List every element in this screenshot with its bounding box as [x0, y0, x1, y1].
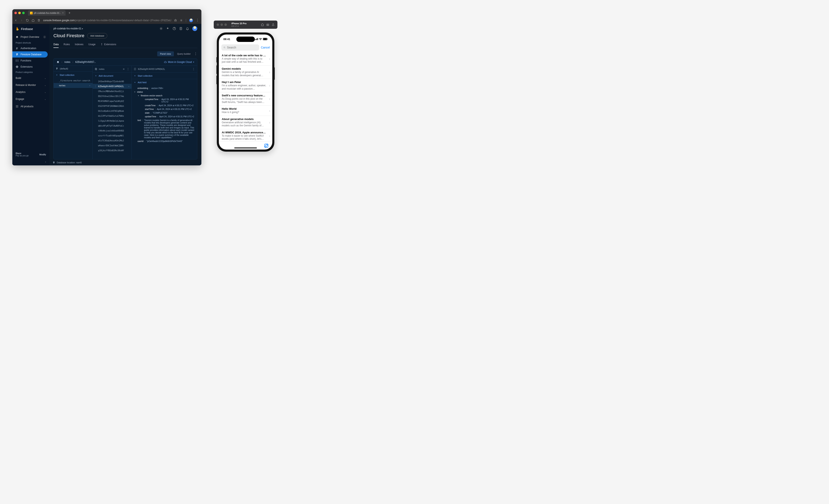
sidebar-item-functions[interactable]: Functions: [12, 58, 49, 64]
document-item[interactable]: qWzv0FyKTqYl0wR8YaCc: [93, 123, 132, 128]
filter-icon[interactable]: ≡: [123, 67, 124, 71]
project-selector[interactable]: pfr-codelab-fvs-mobile-01 ▾: [53, 27, 83, 30]
caret-down-icon[interactable]: ▾: [134, 91, 136, 93]
list-item[interactable]: A lot of the code we write has to de…A s…: [219, 52, 272, 66]
tab-rules[interactable]: Rules: [64, 41, 70, 48]
document-item[interactable]: li5gqJcNtHeQmJyLkpea: [93, 118, 132, 123]
kebab-menu-icon[interactable]: ⋮: [192, 67, 195, 71]
document-item[interactable]: OUJsdQa6vLV4T8IqR6ak: [93, 108, 132, 113]
tab-indexes[interactable]: Indexes: [75, 41, 83, 48]
crumb-collection[interactable]: notes: [64, 61, 70, 64]
panel-view-button[interactable]: Panel view: [157, 51, 174, 56]
back-icon[interactable]: [14, 19, 17, 22]
reload-icon[interactable]: [26, 19, 29, 22]
field-row[interactable]: ▾firestore-vector-search: [132, 94, 197, 97]
field-row[interactable]: state: "COMPLETED": [132, 111, 197, 115]
field-row[interactable]: text: "Gemini models Gemini is a family …: [132, 118, 197, 139]
field-row[interactable]: startTime: April 24, 2024 at 4:55:31 PM …: [132, 107, 197, 111]
minimize-window-icon[interactable]: [18, 12, 21, 14]
list-item[interactable]: Hey! I am PeterI'm a software engineer, …: [219, 79, 272, 92]
field-row[interactable]: ▾status: [132, 90, 197, 94]
bell-icon[interactable]: [186, 27, 189, 30]
field-row[interactable]: embedding: vector<768>: [132, 86, 197, 90]
collection-item[interactable]: notes: [53, 83, 93, 88]
url-text[interactable]: console.firebase.google.com/project/pfr-…: [43, 19, 171, 22]
project-overview[interactable]: Project Overview: [12, 34, 49, 40]
screenshot-icon[interactable]: [266, 23, 269, 26]
search-field[interactable]: [227, 46, 257, 49]
maximize-window-icon[interactable]: [22, 12, 25, 14]
tab-usage[interactable]: Usage: [88, 41, 96, 48]
kebab-menu-icon[interactable]: ⋮: [194, 52, 197, 56]
list-item[interactable]: About generative modelsGenerative artifi…: [219, 116, 272, 129]
more-in-google-cloud[interactable]: More in Google Cloud ▾: [164, 61, 194, 64]
close-window-icon[interactable]: [14, 12, 17, 14]
sidebar-item-extensions[interactable]: Extensions: [12, 64, 49, 70]
category-engage[interactable]: Engage⌄: [12, 96, 49, 103]
avatar[interactable]: [192, 26, 197, 31]
document-item[interactable]: w5z7CXDqGAeuuKOe1MuJ: [93, 138, 132, 143]
maximize-window-icon[interactable]: [224, 24, 227, 26]
bookmark-icon[interactable]: [174, 19, 177, 22]
document-item[interactable]: MI4YkM6Olapw7aLWVyDZ: [93, 99, 132, 104]
list-item[interactable]: Gemini modelsGemini is a family of gener…: [219, 66, 272, 79]
close-window-icon[interactable]: [217, 24, 219, 26]
home-indicator[interactable]: [234, 147, 257, 148]
forward-icon[interactable]: [20, 19, 23, 22]
tab-data[interactable]: Data: [53, 41, 59, 48]
add-database-button[interactable]: Add database: [87, 33, 107, 38]
kebab-menu-icon[interactable]: ⋮: [127, 67, 130, 71]
document-item[interactable]: 6ZDaUg9t4VO5lbPREAIL: [93, 84, 132, 89]
gear-icon[interactable]: [43, 36, 46, 38]
profile-avatar[interactable]: [189, 19, 193, 22]
cancel-button[interactable]: Cancel: [261, 46, 270, 49]
sidebar-item-firestore[interactable]: Firestore Database: [12, 51, 48, 58]
sidebar-item-authentication[interactable]: Authentication: [12, 45, 49, 51]
document-item[interactable]: CMucncMB0a6mtHuoD2ji: [93, 89, 132, 94]
window-controls[interactable]: [14, 12, 25, 14]
start-collection-button[interactable]: ＋Start collection: [53, 72, 93, 78]
fields-pane[interactable]: embedding: vector<768> ▾status ▾firestor…: [132, 85, 197, 159]
new-tab-button[interactable]: +: [67, 11, 72, 15]
start-collection-button[interactable]: ＋Start collection: [132, 73, 197, 79]
document-item[interactable]: tVKnHcjvwlnhOoe09VB3: [93, 128, 132, 133]
docs-icon[interactable]: [179, 27, 182, 30]
firebase-logo[interactable]: Firebase: [12, 24, 49, 34]
list-item[interactable]: Hello WorldHow is it going?: [219, 106, 272, 116]
list-item[interactable]: Swift's new concurrency features…As Doug…: [219, 92, 272, 106]
document-item[interactable]: wHaeorE0CIedtWaCIBMr: [93, 143, 132, 148]
document-list[interactable]: 243ee9h6kpv7Zzdxdo9D 6ZDaUg9t4VO5lbPREAI…: [93, 79, 132, 153]
crumb-document[interactable]: 6ZDaUg9t4VO5l.: [75, 61, 96, 64]
home-icon[interactable]: [32, 19, 35, 22]
category-release[interactable]: Release & Monitor⌄: [12, 81, 49, 88]
document-item[interactable]: EB2Yh9xw1S6ecCBlC7Ae: [93, 94, 132, 99]
help-icon[interactable]: [173, 27, 176, 30]
collapse-sidebar-button[interactable]: ‹: [12, 159, 49, 166]
home-icon[interactable]: [57, 61, 60, 64]
notes-list[interactable]: A lot of the code we write has to de…A s…: [219, 52, 272, 141]
extensions-icon[interactable]: [180, 19, 183, 22]
field-row[interactable]: updateTime: April 24, 2024 at 4:55:31 PM…: [132, 115, 197, 118]
close-tab-icon[interactable]: ×: [62, 11, 64, 14]
add-document-button[interactable]: ＋Add document: [93, 73, 132, 79]
list-item[interactable]: At WWDC 2019, Apple announced…To make it…: [219, 129, 272, 141]
theme-icon[interactable]: [159, 27, 163, 30]
document-item[interactable]: vzsrfrTsa6thBSpapN6l: [93, 133, 132, 138]
modify-plan-button[interactable]: Modify: [39, 153, 46, 156]
home-icon[interactable]: [261, 23, 264, 26]
category-analytics[interactable]: Analytics⌄: [12, 88, 49, 96]
document-item[interactable]: y26jksfYBSd83Rv30sWY: [93, 148, 132, 153]
tab-extensions[interactable]: Extensions: [101, 41, 116, 48]
all-products[interactable]: All products: [12, 103, 49, 110]
kebab-menu-icon[interactable]: ⋮: [196, 18, 199, 22]
browser-tab[interactable]: pfr-codelab-fvs-mobile-01 - ×: [28, 10, 66, 15]
site-info-icon[interactable]: [37, 19, 40, 22]
minimize-window-icon[interactable]: [220, 24, 223, 26]
document-item[interactable]: 243ee9h6kpv7Zzdxdo9D: [93, 79, 132, 84]
query-builder-button[interactable]: Query builder: [177, 52, 191, 55]
caret-down-icon[interactable]: ▾: [138, 94, 140, 97]
field-row[interactable]: createTime: April 24, 2024 at 4:55:21 PM…: [132, 104, 197, 107]
field-row[interactable]: userId: "pOeHfwsbU1ODjatMdhSPk5kTlH43": [132, 139, 197, 143]
document-item[interactable]: kbJJPFafXmb5utuCFWOx: [93, 113, 132, 118]
window-controls[interactable]: [217, 24, 227, 26]
